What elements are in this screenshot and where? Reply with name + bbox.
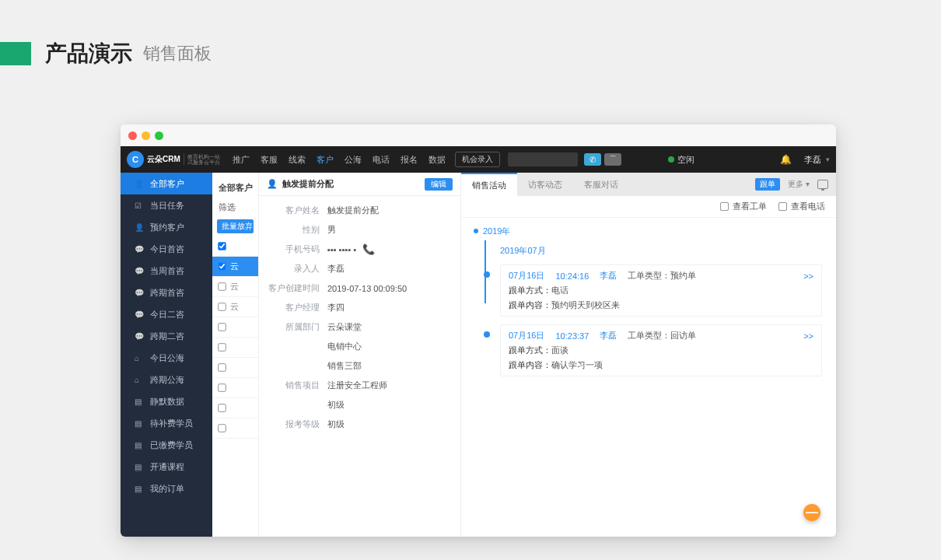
follow-tag[interactable]: 跟单 [755,178,780,191]
list-item[interactable] [212,398,258,418]
sidebar-item-7[interactable]: 💬跨期二咨 [121,325,212,347]
monitor-icon[interactable] [817,180,828,189]
field-value: 注册安全工程师 [327,380,387,391]
list-item[interactable] [212,338,258,358]
window-close-icon[interactable] [128,131,137,140]
sidebar-icon: ▤ [135,419,142,428]
tab-2[interactable]: 客服对话 [573,173,629,196]
card-date: 07月16日 [509,270,544,282]
list-item[interactable] [212,418,258,439]
bulk-discard-chip[interactable]: 批量放弃 [217,219,254,233]
card-type: 工单类型：回访单 [628,330,696,341]
opportunity-entry-button[interactable]: 机会录入 [455,152,500,167]
sidebar-item-label: 预约客户 [150,222,184,233]
row-checkbox[interactable] [218,363,226,371]
nav-item-4[interactable]: 公海 [345,154,362,166]
user-name[interactable]: 李磊 [804,154,821,166]
sidebar-item-3[interactable]: 💬今日首咨 [121,238,212,260]
view-ticket-checkbox[interactable]: 查看工单 [719,201,767,212]
nav-item-3[interactable]: 客户 [317,154,334,166]
timeline-month: 2019年07月 [500,245,822,257]
row-checkbox[interactable] [218,343,226,351]
card-expand-button[interactable]: >> [803,271,813,281]
tab-0[interactable]: 销售活动 [461,173,517,196]
sidebar-item-8[interactable]: ⌂今日公海 [121,347,212,369]
call-buttons: ✆ ⌒ [584,153,621,166]
tab-1[interactable]: 访客动态 [517,173,573,196]
sidebar-item-13[interactable]: ▤开通课程 [121,456,212,478]
edit-button[interactable]: 编辑 [425,178,453,191]
sidebar-item-9[interactable]: ⌂跨期公海 [121,369,212,390]
nav-item-0[interactable]: 推广 [233,154,250,166]
card-method: 电话 [551,285,568,295]
sidebar-item-label: 开通课程 [150,461,184,473]
card-date: 07月16日 [509,330,544,341]
call-answer-button[interactable]: ✆ [584,153,601,166]
sidebar-item-11[interactable]: ▤待补费学员 [121,412,212,434]
row-text: 云 [230,301,239,313]
window-max-icon[interactable] [155,131,163,140]
row-checkbox[interactable] [218,303,226,310]
field-row: 初级 [259,395,453,415]
row-checkbox[interactable] [218,323,226,331]
nav-item-1[interactable]: 客服 [261,154,278,166]
sidebar-icon: 💬 [135,332,142,341]
phone-icon[interactable]: 📞 [362,243,375,255]
accent-block [0,42,31,65]
nav-item-6[interactable]: 报名 [401,154,418,166]
row-checkbox[interactable] [218,282,226,290]
row-checkbox[interactable] [218,262,226,270]
sidebar-item-label: 当日任务 [150,200,184,212]
row-checkbox[interactable] [218,404,226,411]
card-content: 确认学习一项 [551,360,603,369]
nav-item-7[interactable]: 数据 [429,154,446,166]
search-input[interactable] [508,152,578,166]
activity-panel: 销售活动访客动态客服对话 跟单 更多 ▾ 查看工单 查看电话 2019年 201… [461,173,836,537]
detail-header: 👤 触发提前分配 编辑 [259,173,460,196]
list-item[interactable] [212,358,258,378]
list-item[interactable] [212,236,258,257]
chevron-down-icon[interactable]: ▾ [826,156,830,163]
filter-label[interactable]: 筛选 [212,198,258,216]
nav-item-5[interactable]: 电话 [373,154,390,166]
sidebar-item-10[interactable]: ▤静默数据 [121,390,212,412]
field-row: 所属部门云朵课堂 [259,317,453,337]
row-checkbox[interactable] [218,383,226,391]
list-item[interactable]: 云 [212,277,258,297]
view-phone-checkbox[interactable]: 查看电话 [778,201,825,212]
card-expand-button[interactable]: >> [803,331,813,341]
timeline: 2019年 2019年07月 07月16日10:24:16李磊工单类型：预约单>… [461,218,836,537]
call-hangup-button[interactable]: ⌒ [604,153,621,166]
sidebar-item-12[interactable]: ▤已缴费学员 [121,434,212,456]
sidebar-item-label: 待补费学员 [150,418,193,429]
bell-icon[interactable]: 🔔 [780,154,792,165]
sidebar-icon: 💬 [135,310,142,319]
list-item[interactable]: 云 [212,257,258,277]
activity-card: 07月16日10:23:37李磊工单类型：回访单>>跟单方式：面谈跟单内容：确认… [500,324,822,376]
field-value: 销售三部 [327,360,362,372]
list-item[interactable] [212,378,258,398]
nav-item-2[interactable]: 线索 [289,154,306,166]
sidebar-item-1[interactable]: ☑当日任务 [121,194,212,216]
sidebar-item-5[interactable]: 💬跨期首咨 [121,282,212,303]
row-checkbox[interactable] [218,242,226,250]
field-row: 销售项目注册安全工程师 [259,376,453,395]
sidebar-item-6[interactable]: 💬今日二咨 [121,303,212,325]
sidebar-item-4[interactable]: 💬当周首咨 [121,260,212,282]
row-checkbox[interactable] [218,424,226,432]
field-row: 客户姓名触发提前分配 [259,201,453,220]
sidebar-icon: 👤 [135,223,142,232]
fab-minus-button[interactable]: — [803,504,820,521]
page-subtitle: 销售面板 [143,42,212,65]
card-time: 10:23:37 [555,331,589,341]
sidebar-item-0[interactable]: 👤全部客户 [121,173,212,194]
sidebar-item-2[interactable]: 👤预约客户 [121,216,212,238]
list-item[interactable] [212,317,258,338]
status-dot-icon [668,156,674,163]
sidebar-icon: 💬 [135,267,142,275]
field-row: 手机号码▪▪▪ ▪▪▪▪ ▪📞 [259,240,453,259]
window-min-icon[interactable] [142,131,150,140]
list-item[interactable]: 云 [212,297,258,317]
more-button[interactable]: 更多 ▾ [785,178,813,191]
sidebar-item-14[interactable]: ▤我的订单 [121,478,212,499]
